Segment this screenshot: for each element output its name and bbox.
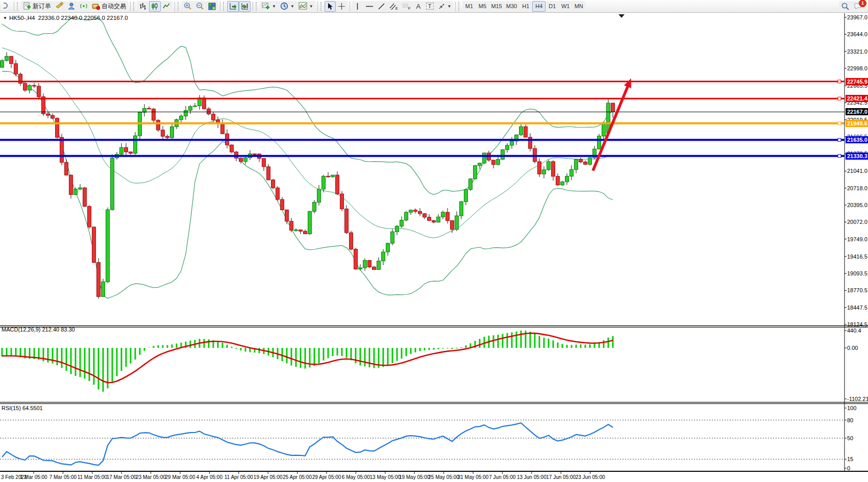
community-button[interactable]	[65, 1, 78, 12]
crosshair-button[interactable]	[336, 1, 348, 12]
level-line-handle	[838, 80, 841, 83]
notification-badge: 1	[859, 0, 866, 7]
candle-body	[418, 211, 422, 214]
new-order-label: 新订单	[33, 2, 51, 11]
candle-body	[510, 141, 514, 145]
indicators-button[interactable]: ▼	[296, 1, 315, 12]
cursor-button[interactable]	[325, 1, 336, 12]
candlestick-chart-button[interactable]	[149, 1, 161, 12]
search-button[interactable]	[839, 1, 852, 12]
auto-scroll-icon	[229, 3, 237, 10]
bollinger-middle-band	[2, 48, 613, 238]
time-axis-label: 1 Mar 05:00	[20, 474, 47, 480]
trend-arrow-shaft	[593, 84, 629, 171]
candle-body	[120, 147, 123, 154]
timeframe-h4-button[interactable]: H4	[532, 1, 545, 12]
timeframe-m30-button[interactable]: M30	[504, 1, 519, 12]
timeframe-m15-button[interactable]: M15	[489, 1, 504, 12]
candle-body	[5, 56, 9, 61]
tile-windows-button[interactable]	[206, 1, 218, 12]
line-chart-button[interactable]	[161, 1, 172, 12]
partial-magnifier-icon	[4, 3, 10, 10]
level-line-handle	[838, 155, 841, 158]
timeframe-w1-button[interactable]: W1	[559, 1, 572, 12]
horizontal-line-icon	[365, 3, 374, 10]
candle-body	[428, 217, 431, 221]
signals-button[interactable]	[78, 1, 90, 12]
rsi-axis-label: 15	[847, 456, 868, 462]
candle-body	[23, 83, 27, 90]
candle-body	[602, 123, 606, 136]
timeframe-m1-button[interactable]: M1	[462, 1, 476, 12]
chart-symbol-timeframe: HK50-,H4	[9, 15, 35, 21]
chart-window[interactable]: ▼HK50-,H4 22336.0 22340.0 22056.0 22167.…	[0, 13, 868, 482]
dropdown-caret: ▼	[272, 4, 276, 9]
chart-shift-button[interactable]	[239, 1, 251, 12]
candle-body	[28, 85, 32, 90]
candle-body	[432, 220, 436, 222]
candle-body	[474, 166, 477, 179]
candle-body	[152, 109, 156, 120]
candlestick-chart-icon	[151, 3, 159, 10]
candle-body	[395, 226, 399, 232]
timeframe-d1-button[interactable]: D1	[545, 1, 559, 12]
candle-body	[368, 261, 371, 267]
autotrading-button[interactable]: 自动交易	[90, 1, 128, 12]
text-label-button[interactable]: T	[424, 1, 436, 12]
new-order-button[interactable]: 新订单	[21, 1, 53, 12]
candle-body	[588, 158, 592, 164]
notifications-button[interactable]: 1	[852, 1, 864, 12]
new-chart-button[interactable]: ▼	[260, 1, 278, 12]
chart-title-collapse-icon[interactable]: ▼	[3, 16, 7, 20]
line-chart-icon	[163, 3, 170, 10]
auto-scroll-button[interactable]	[227, 1, 239, 12]
search-icon	[841, 2, 850, 11]
styler-button[interactable]	[53, 1, 65, 12]
bar-chart-button[interactable]	[137, 1, 149, 12]
time-axis-label: 29 Apr 05:00	[312, 474, 341, 480]
candle-body	[60, 137, 64, 162]
trendline-button[interactable]	[376, 1, 387, 12]
candle-body	[382, 252, 385, 261]
fibonacci-button[interactable]: F	[400, 1, 413, 12]
text-button[interactable]: A	[413, 1, 424, 12]
zoom-out-button[interactable]	[194, 1, 206, 12]
periods-button[interactable]: ▼	[278, 1, 296, 12]
candle-body	[579, 160, 583, 162]
time-axis-label: 13 May 05:00	[369, 474, 401, 480]
equidistant-channel-button[interactable]: E	[387, 1, 400, 12]
candle-body	[51, 115, 55, 118]
candle-body	[79, 188, 82, 189]
arrows-button[interactable]: ▼	[436, 1, 454, 12]
candle-body	[469, 179, 473, 190]
macd-axis-label: -1102.21	[847, 396, 868, 402]
candle-body	[483, 153, 486, 163]
price-axis-label: 23321.0	[847, 48, 868, 55]
candle-body	[170, 127, 174, 138]
rsi-axis-label: 80	[847, 417, 868, 423]
label-tool-glyph: T	[426, 3, 434, 10]
chart-title: ▼HK50-,H4 22336.0 22340.0 22056.0 22167.…	[3, 15, 128, 21]
time-axis-label: 23 Mar 05:00	[136, 474, 166, 480]
timeframe-mn-button[interactable]: MN	[572, 1, 585, 12]
autotrading-label: 自动交易	[102, 2, 126, 11]
zoom-in-button[interactable]	[182, 1, 194, 12]
macd-indicator-label: MACD(12,26,9) 212.40 83.30	[2, 326, 75, 333]
time-axis-label: 4 Apr 05:00	[196, 474, 222, 480]
crosshair-icon	[338, 3, 345, 10]
chart-canvas[interactable]	[0, 13, 868, 482]
signal-icon	[80, 2, 88, 10]
candle-body	[203, 98, 206, 109]
timeframe-m5-button[interactable]: M5	[476, 1, 489, 12]
candle-body	[556, 176, 560, 185]
candle-body	[37, 86, 41, 97]
candle-body	[134, 136, 137, 154]
vertical-line-button[interactable]	[352, 1, 363, 12]
price-axis-label: 23644.0	[847, 31, 868, 37]
candle-body	[92, 227, 96, 262]
timeframe-h1-button[interactable]: H1	[519, 1, 532, 12]
price-level-badge: 22167.0	[846, 108, 868, 115]
candle-body	[304, 231, 307, 234]
zoom-out-icon	[196, 2, 204, 10]
horizontal-line-button[interactable]	[363, 1, 376, 12]
